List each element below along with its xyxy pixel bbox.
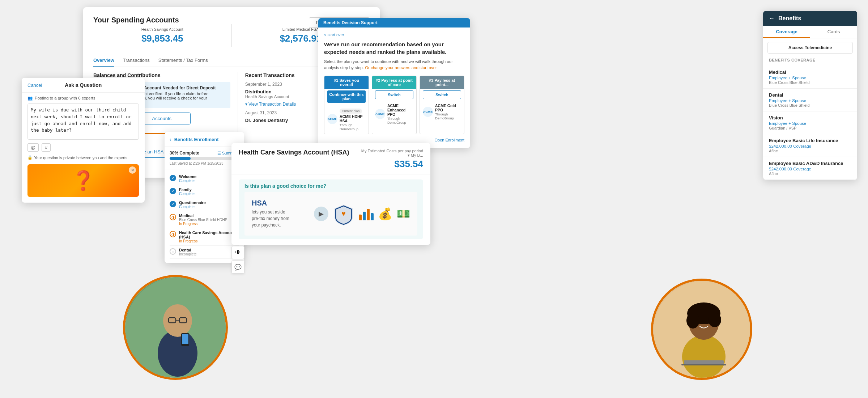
group-text: Posting to a group with 6 experts xyxy=(35,96,95,100)
coverage-section: Benefits Coverage xyxy=(763,56,857,66)
medical-status: In Progress xyxy=(179,222,227,226)
plan3-action: Switch xyxy=(420,89,464,101)
open-enrollment-link[interactable]: Open Enrollment xyxy=(318,138,464,142)
hsa-check: ◑ xyxy=(170,231,176,237)
dental-provider: Blue Cross Blue Shield xyxy=(769,103,851,107)
bar-chart-icon xyxy=(359,207,374,220)
dental-title: Dental xyxy=(769,92,851,98)
cash-stack-icon: 💵 xyxy=(397,207,410,220)
at-mention-button[interactable]: @ xyxy=(27,143,39,152)
hsa-enroll-status: In Progress xyxy=(179,239,239,243)
person-photo-left xyxy=(123,275,228,380)
my-benefits-link[interactable]: ▾ My B... xyxy=(361,153,423,158)
questionnaire-info: Questionnaire Complete xyxy=(179,200,206,209)
plan3-name: ACME Gold PPO xyxy=(435,103,461,112)
benefits-panel: ← Benefits Coverage Cards Access Telemed… xyxy=(763,11,857,180)
benefits-item-vision[interactable]: Vision Employee + Spouse Guardian / VSP xyxy=(763,111,857,134)
hsa-cost-label: My Estimated Costs per pay period xyxy=(361,149,423,153)
welcome-label: Welcome xyxy=(179,174,196,179)
progress-bar-fill xyxy=(170,157,191,160)
welcome-check: ✓ xyxy=(170,175,176,181)
chat-button[interactable]: 💬 xyxy=(231,261,244,274)
benefits-decision-card: Benefits Decision Support < start over W… xyxy=(318,18,470,148)
plan3-logo: ACME xyxy=(423,107,433,117)
ask-privacy: 🔒 Your question is private between you a… xyxy=(22,154,145,161)
continue-plan-button[interactable]: Continue with this plan xyxy=(327,90,366,103)
welcome-info: Welcome Complete xyxy=(179,174,196,183)
plan1-action: Continue with this plan xyxy=(324,89,369,104)
plan2-action: Switch xyxy=(372,89,416,101)
hsa-text-block: HSA lets you set asidepre-tax money from… xyxy=(252,199,307,228)
svg-point-13 xyxy=(682,335,726,378)
enrollment-back-button[interactable]: ‹ xyxy=(170,136,171,142)
ask-cancel-button[interactable]: Cancel xyxy=(27,82,42,88)
plan1-body: ACME Current plan ACME HDHP HSA Through … xyxy=(324,104,369,134)
ask-image-close-button[interactable]: ✕ xyxy=(129,166,136,174)
hsa-cost-col: My Estimated Costs per pay period ▾ My B… xyxy=(361,149,423,170)
tab-cards[interactable]: Cards xyxy=(810,26,857,38)
benefits-item-add[interactable]: Employee Basic AD&D Insurance $242,000.0… xyxy=(763,157,857,180)
svg-point-17 xyxy=(708,313,721,327)
dental-status: Incomplete xyxy=(179,252,197,256)
bdc-subtext: Select the plan you want to continue wit… xyxy=(324,59,464,71)
benefits-item-medical[interactable]: Medical Employee + Spouse Blue Cross Blu… xyxy=(763,66,857,89)
questionnaire-check: ✓ xyxy=(170,201,176,207)
bdc-body: < start over We've run our recommendatio… xyxy=(318,27,470,134)
lock-icon: 🔒 xyxy=(27,155,33,160)
medical-label: Medical xyxy=(179,213,227,218)
enroll-item-welcome[interactable]: ✓ Welcome Complete xyxy=(170,172,239,185)
enroll-item-dental[interactable]: ○ Dental Incomplete xyxy=(170,246,239,259)
hsa-icons-visual: ▶ ♥ 💰 � xyxy=(314,203,410,225)
switch-plan2-button[interactable]: Switch xyxy=(375,90,413,99)
life-provider: Aflac xyxy=(769,149,851,153)
medical-sublabel: Blue Cross Blue Shield HDHP xyxy=(179,218,227,222)
ask-textarea[interactable] xyxy=(27,103,139,140)
welcome-status: Complete xyxy=(179,179,196,183)
hsa-good-choice-section: Is this plan a good choice for me? HSA l… xyxy=(239,179,423,239)
enroll-item-hsa[interactable]: ◑ Health Care Savings Account (HSA) In P… xyxy=(170,228,239,246)
benefits-back-button[interactable]: ← xyxy=(769,15,775,22)
tab-overview[interactable]: Overview xyxy=(93,58,114,67)
hsa-detail-card: Health Care Savings Account (HSA) My Est… xyxy=(231,143,430,245)
question-mark-icon: ❓ xyxy=(72,170,95,192)
ask-header: Cancel Ask a Question xyxy=(22,78,145,93)
add-sub: $242,000.00 Coverage xyxy=(769,167,851,171)
enroll-item-medical[interactable]: ◑ Medical Blue Cross Blue Shield HDHP In… xyxy=(170,211,239,228)
progress-saved: Last Saved at 2:26 PM 1/25/2023 xyxy=(170,161,239,165)
eye-button[interactable]: 👁 xyxy=(231,246,244,259)
vision-provider: Guardian / VSP xyxy=(769,126,851,130)
person-photo-right xyxy=(651,279,752,380)
life-sub: $242,000.00 Coverage xyxy=(769,144,851,148)
privacy-text: Your question is private between you and… xyxy=(34,156,128,160)
questionnaire-status: Complete xyxy=(179,205,206,209)
hsa-account-box: Health Savings Account $9,853.45 xyxy=(93,24,231,47)
benefits-item-life[interactable]: Employee Basic Life Insurance $242,000.0… xyxy=(763,134,857,157)
plan1-details: Current plan ACME HDHP HSA Through DemoG… xyxy=(340,107,366,131)
plan2-details: ACME Enhanced PPO Through DemoGroup xyxy=(387,103,413,124)
wallet-icon: 💰 xyxy=(378,207,392,221)
plan3-rank: #3 Pay less at point... xyxy=(420,76,464,89)
ask-image-placeholder: ✕ ❓ xyxy=(27,164,139,197)
spending-title: Your Spending Accounts xyxy=(93,16,179,24)
hashtag-button[interactable]: # xyxy=(42,143,51,152)
enroll-item-questionnaire[interactable]: ✓ Questionnaire Complete xyxy=(170,198,239,211)
enroll-item-family[interactable]: ✓ Family Complete xyxy=(170,185,239,198)
tab-transactions[interactable]: Transactions xyxy=(123,58,150,67)
tab-coverage[interactable]: Coverage xyxy=(763,26,810,38)
plan3-details: ACME Gold PPO Through DemoGroup xyxy=(435,103,461,120)
plan1-provider: Through DemoGroup xyxy=(340,123,366,131)
hsa-big-text: HSA xyxy=(252,199,307,207)
switch-plan3-button[interactable]: Switch xyxy=(423,90,461,99)
change-answers-link[interactable]: Or change your answers and start over xyxy=(365,65,437,70)
access-telemedicine-button[interactable]: Access Telemedicine xyxy=(767,42,853,54)
benefits-item-dental[interactable]: Dental Employee + Spouse Blue Cross Blue… xyxy=(763,89,857,111)
coverage-label: Benefits Coverage xyxy=(769,58,851,62)
hsa-good-choice-title: Is this plan a good choice for me? xyxy=(244,183,417,189)
start-over-link[interactable]: < start over xyxy=(324,33,464,37)
dental-sub: Employee + Spouse xyxy=(769,98,851,103)
dental-check: ○ xyxy=(170,248,176,255)
vision-title: Vision xyxy=(769,115,851,120)
benefits-panel-tabs: Coverage Cards xyxy=(763,26,857,38)
tab-statements[interactable]: Statements / Tax Forms xyxy=(158,58,208,67)
medical-check: ◑ xyxy=(170,214,176,220)
